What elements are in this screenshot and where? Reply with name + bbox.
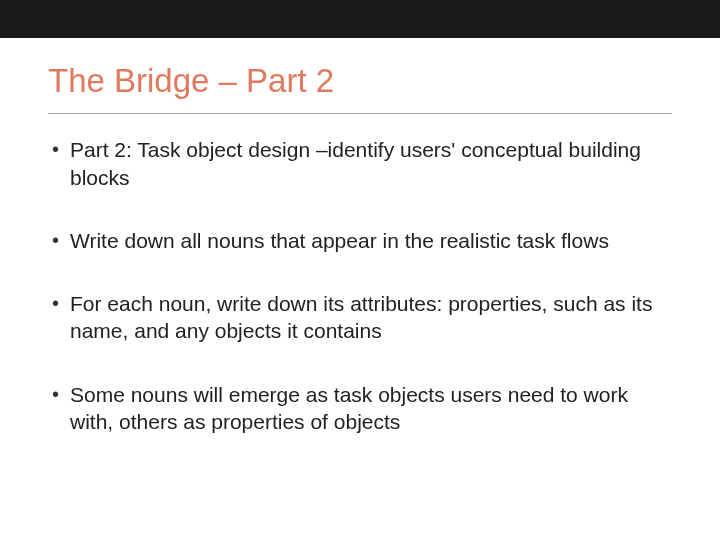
bullet-item: Some nouns will emerge as task objects u… [48, 381, 672, 436]
slide-content: The Bridge – Part 2 Part 2: Task object … [48, 60, 672, 471]
slide: The Bridge – Part 2 Part 2: Task object … [0, 0, 720, 540]
top-bar [0, 0, 720, 38]
bullet-item: Write down all nouns that appear in the … [48, 227, 672, 254]
title-divider [48, 113, 672, 114]
bullet-list: Part 2: Task object design –identify use… [48, 136, 672, 435]
bullet-item: For each noun, write down its attributes… [48, 290, 672, 345]
bullet-item: Part 2: Task object design –identify use… [48, 136, 672, 191]
slide-title: The Bridge – Part 2 [48, 60, 672, 101]
